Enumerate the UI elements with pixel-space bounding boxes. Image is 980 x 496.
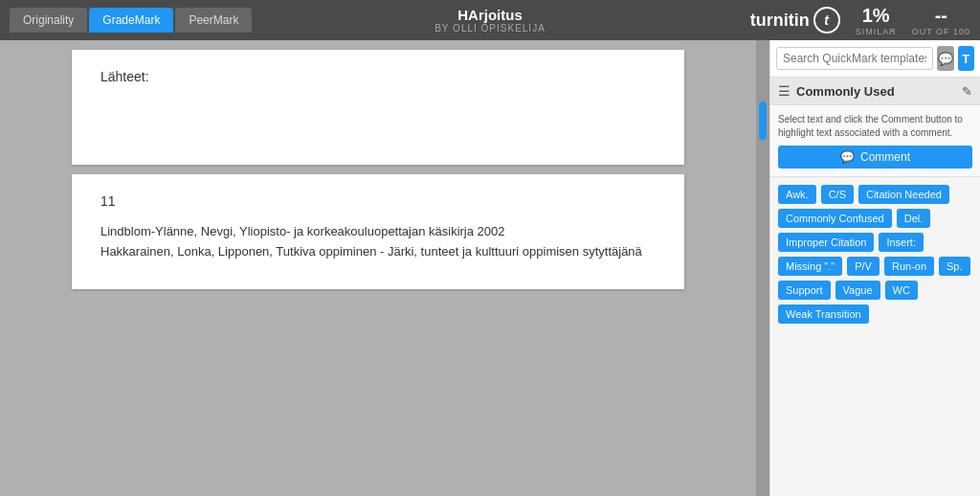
tag-improper-citation[interactable]: Improper Citation: [778, 233, 874, 252]
page-lahteet: Lähteet:: [72, 50, 684, 165]
text-icon-btn[interactable]: T: [958, 46, 975, 71]
tag-commonly-confused[interactable]: Commonly Confused: [778, 209, 892, 228]
document-title-block: HArjoitus BY OLLI OPISKELIJA: [434, 7, 546, 34]
comment-button[interactable]: 💬 Comment: [778, 146, 972, 169]
sidebar: 💬 T ☰ Commonly Used ✎ Select text and cl…: [769, 40, 980, 496]
scroll-thumb: [759, 101, 767, 140]
comment-instructions: Select text and click the Comment button…: [778, 113, 972, 140]
turnitin-icon: t: [813, 7, 840, 34]
tags-section: Awk.C/SCitation NeededCommonly ConfusedD…: [770, 177, 980, 496]
out-of-value: --: [912, 5, 970, 27]
tab-peermark[interactable]: PeerMark: [175, 8, 252, 33]
tag-insert-[interactable]: Insert:: [879, 233, 924, 252]
edit-icon[interactable]: ✎: [962, 84, 972, 99]
search-bar: 💬 T: [770, 40, 980, 78]
tag-wc[interactable]: WC: [885, 281, 918, 300]
tag-run-on[interactable]: Run-on: [884, 257, 934, 276]
tags-grid: Awk.C/SCitation NeededCommonly ConfusedD…: [778, 185, 972, 324]
tag-weak-transition[interactable]: Weak Transition: [778, 304, 869, 324]
page-references: 11 Lindblom-Ylänne, Nevgi, Yliopisto- ja…: [72, 174, 684, 289]
turnitin-logo-area: turnitin t 1% SIMILAR -- OUT OF 100: [750, 5, 970, 36]
list-icon: ☰: [778, 83, 791, 99]
reference-1: Lindblom-Ylänne, Nevgi, Yliopisto- ja ko…: [100, 222, 656, 242]
stat-similar: 1% SIMILAR: [856, 5, 897, 36]
tag-del-[interactable]: Del.: [897, 209, 931, 228]
comment-section: Select text and click the Comment button…: [770, 105, 980, 177]
tag-missing----[interactable]: Missing ".": [778, 257, 842, 276]
out-of-label: OUT OF 100: [912, 27, 970, 36]
similar-label: SIMILAR: [856, 27, 897, 36]
tag-citation-needed[interactable]: Citation Needed: [858, 185, 949, 204]
section-title: Commonly Used: [796, 84, 956, 99]
comment-btn-label: Comment: [860, 150, 910, 164]
document-subtitle: BY OLLI OPISKELIJA: [434, 23, 546, 34]
document-title: HArjoitus: [434, 7, 546, 23]
top-bar: Originality GradeMark PeerMark HArjoitus…: [0, 0, 980, 40]
similar-value: 1%: [856, 5, 897, 27]
tag-sp-[interactable]: Sp.: [939, 257, 970, 276]
page-number: 11: [100, 193, 656, 209]
comment-icon-btn[interactable]: 💬: [937, 46, 954, 71]
reference-2: Hakkarainen, Lonka, Lipponen, Tutkiva op…: [100, 242, 656, 262]
tab-originality[interactable]: Originality: [10, 8, 87, 33]
document-panel[interactable]: Lähteet: 11 Lindblom-Ylänne, Nevgi, Ylio…: [0, 40, 756, 496]
tag-p-v[interactable]: P/V: [847, 257, 880, 276]
tag-support[interactable]: Support: [778, 281, 831, 300]
tag-vague[interactable]: Vague: [835, 281, 880, 300]
tag-c-s[interactable]: C/S: [821, 185, 854, 204]
stat-out-of: -- OUT OF 100: [912, 5, 970, 36]
section-header: ☰ Commonly Used ✎: [770, 78, 980, 105]
main-area: Lähteet: 11 Lindblom-Ylänne, Nevgi, Ylio…: [0, 40, 980, 496]
comment-btn-icon: 💬: [840, 150, 855, 164]
tab-grademark[interactable]: GradeMark: [89, 8, 173, 33]
scroll-strip[interactable]: [756, 40, 769, 496]
tab-group: Originality GradeMark PeerMark: [10, 8, 252, 33]
lahteet-heading: Lähteet:: [100, 69, 656, 84]
search-input[interactable]: [776, 47, 933, 70]
tag-awk-[interactable]: Awk.: [778, 185, 816, 204]
brand-name: turnitin t: [750, 7, 840, 34]
